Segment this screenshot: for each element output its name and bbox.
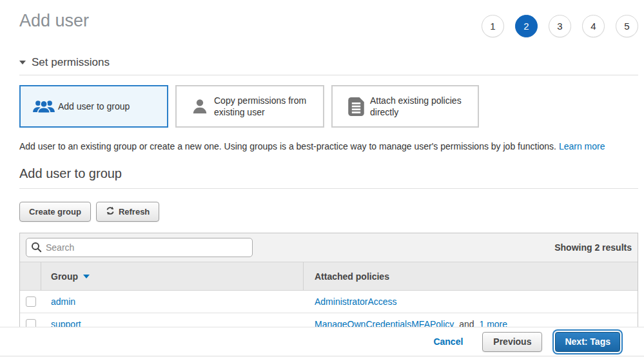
header-checkbox-cell	[20, 262, 41, 290]
step-2-active: 2	[515, 15, 538, 37]
previous-button[interactable]: Previous	[482, 332, 542, 352]
policy-link[interactable]: AdministratorAccess	[315, 296, 397, 307]
step-1: 1	[482, 15, 504, 37]
results-count: Showing 2 results	[554, 242, 632, 253]
description-text: Add user to an existing group or create …	[19, 141, 556, 151]
card-add-user-to-group[interactable]: Add user to group	[19, 85, 168, 128]
refresh-button[interactable]: Refresh	[96, 202, 159, 222]
create-group-button[interactable]: Create group	[19, 202, 91, 222]
search-wrap	[26, 238, 253, 257]
add-user-to-group-title: Add user to group	[19, 166, 638, 189]
permissions-description: Add user to an existing group or create …	[19, 141, 638, 151]
card-label: Attach existing policies directly	[370, 95, 470, 118]
page-title: Add user	[19, 10, 89, 31]
step-4: 4	[582, 15, 605, 37]
set-permissions-title: Set permissions	[32, 56, 110, 69]
users-group-icon	[30, 99, 58, 115]
group-toolbar: Create group Refresh	[19, 202, 638, 222]
header-group-column[interactable]: Group	[41, 262, 304, 290]
row-checkbox-admin[interactable]	[26, 296, 36, 307]
sort-caret-icon[interactable]	[83, 275, 90, 278]
card-attach-policies[interactable]: Attach existing policies directly	[331, 85, 479, 128]
policy-document-icon	[342, 97, 370, 116]
learn-more-link[interactable]: Learn more	[559, 141, 605, 151]
step-5: 5	[616, 15, 638, 37]
step-3: 3	[549, 15, 571, 37]
card-copy-permissions[interactable]: Copy permissions from existing user	[175, 85, 324, 128]
table-header-row: Group Attached policies	[20, 262, 638, 291]
wizard-footer: Cancel Previous Next: Tags	[0, 327, 644, 356]
user-icon	[186, 97, 214, 115]
table-row-admin: admin AdministratorAccess	[20, 291, 638, 313]
wizard-steps: 1 2 3 4 5	[482, 15, 638, 37]
groups-table: Showing 2 results Group Attached policie…	[19, 233, 638, 336]
group-link-admin[interactable]: admin	[51, 296, 75, 307]
next-tags-button[interactable]: Next: Tags	[555, 332, 620, 352]
card-label: Copy permissions from existing user	[214, 95, 315, 118]
search-input[interactable]	[26, 238, 253, 257]
set-permissions-header[interactable]: Set permissions	[19, 56, 638, 75]
permission-option-cards: Add user to group Copy permissions from …	[19, 85, 638, 128]
header-policies-column: Attached policies	[304, 271, 638, 282]
cancel-link[interactable]: Cancel	[433, 336, 463, 347]
collapse-caret-icon	[19, 61, 26, 64]
card-label: Add user to group	[58, 101, 130, 112]
refresh-icon	[106, 206, 115, 217]
search-icon	[31, 242, 42, 255]
table-toolbar: Showing 2 results	[20, 233, 638, 262]
page-header: Add user 1 2 3 4 5	[19, 10, 638, 37]
